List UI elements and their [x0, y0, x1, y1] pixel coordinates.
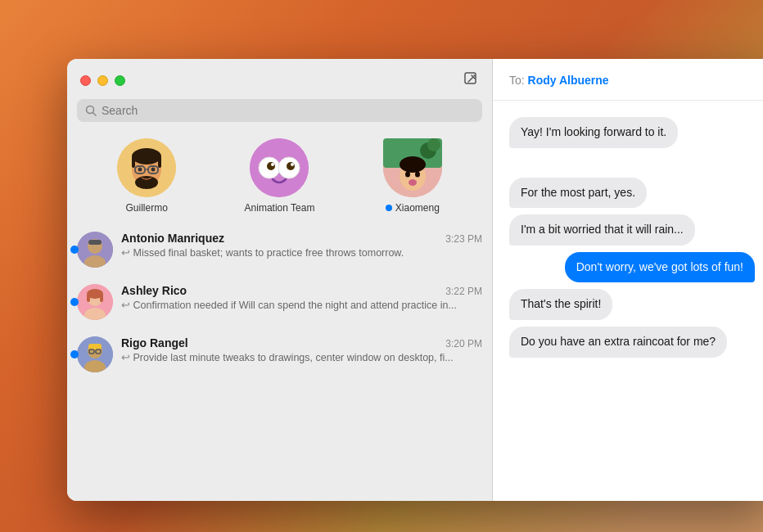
ashley-header: Ashley Rico 3:22 PM — [121, 284, 482, 297]
pinned-xiaomeng[interactable]: Xiaomeng — [372, 138, 454, 214]
pinned-animation-team[interactable]: Animation Team — [238, 138, 320, 214]
svg-point-11 — [138, 168, 142, 172]
xiaomeng-svg — [383, 138, 442, 197]
compose-button[interactable] — [463, 70, 479, 91]
message-row-ashley[interactable]: Ashley Rico 3:22 PM ↩ Confirmation neede… — [67, 276, 492, 328]
antonio-content: Antonio Manriquez 3:23 PM ↩ Missed final… — [121, 232, 482, 261]
guillermo-avatar — [117, 138, 176, 197]
svg-point-19 — [271, 163, 274, 166]
bubble-5: That's the spirit! — [509, 289, 612, 320]
sidebar: Guillermo — [67, 59, 493, 501]
svg-rect-43 — [88, 344, 102, 349]
rigo-content: Rigo Rangel 3:20 PM ↩ Provide last minut… — [121, 336, 482, 366]
messages-window: Guillermo — [67, 59, 763, 501]
ashley-avatar — [77, 284, 113, 320]
message-row-rigo[interactable]: Rigo Rangel 3:20 PM ↩ Provide last minut… — [67, 328, 492, 381]
reply-icon-antonio: ↩ — [121, 247, 133, 259]
pinned-guillermo[interactable]: Guillermo — [106, 138, 187, 214]
xiaomeng-avatar — [383, 138, 442, 197]
search-icon — [85, 105, 97, 116]
chat-panel: To: Rody Albuerne Yay! I'm looking forwa… — [493, 59, 763, 501]
close-button[interactable] — [80, 75, 91, 86]
animation-team-avatar — [250, 138, 309, 197]
svg-rect-38 — [87, 294, 90, 302]
svg-point-27 — [405, 172, 410, 178]
rigo-header: Rigo Rangel 3:20 PM — [121, 336, 482, 349]
antonio-avatar — [77, 232, 113, 268]
xiaomeng-label: Xiaomeng — [386, 202, 440, 214]
svg-line-2 — [93, 113, 97, 116]
guillermo-label: Guillermo — [125, 202, 167, 214]
chat-messages: Yay! I'm looking forward to it. For the … — [493, 101, 763, 501]
rigo-time: 3:20 PM — [445, 338, 482, 349]
svg-point-17 — [267, 162, 275, 170]
window-controls — [80, 75, 125, 86]
chat-header: To: Rody Albuerne — [493, 59, 763, 101]
bubble-3: I'm a bit worried that it will rain... — [509, 214, 695, 246]
svg-rect-7 — [158, 156, 161, 168]
bubble-1: Yay! I'm looking forward to it. — [509, 117, 678, 148]
svg-rect-6 — [132, 156, 135, 168]
spacer-1 — [509, 155, 755, 171]
animation-team-label: Animation Team — [245, 202, 315, 214]
antonio-name: Antonio Manriquez — [121, 232, 224, 245]
svg-point-12 — [151, 168, 156, 172]
message-list: Antonio Manriquez 3:23 PM ↩ Missed final… — [67, 223, 492, 501]
svg-point-28 — [415, 172, 420, 178]
minimize-button[interactable] — [97, 75, 108, 86]
svg-point-5 — [132, 148, 161, 165]
compose-icon — [463, 70, 479, 87]
antonio-preview: ↩ Missed final basket; wants to practice… — [121, 246, 482, 261]
svg-point-26 — [400, 156, 426, 173]
ashley-time: 3:22 PM — [445, 286, 482, 297]
reply-icon-ashley: ↩ — [121, 300, 133, 311]
svg-point-24 — [427, 138, 440, 151]
ashley-content: Ashley Rico 3:22 PM ↩ Confirmation neede… — [121, 284, 482, 313]
svg-rect-33 — [88, 240, 102, 245]
animation-team-svg — [250, 138, 309, 197]
antonio-time: 3:23 PM — [445, 233, 482, 245]
svg-rect-39 — [100, 294, 103, 302]
message-row-antonio[interactable]: Antonio Manriquez 3:23 PM ↩ Missed final… — [67, 223, 492, 276]
ashley-name: Ashley Rico — [121, 284, 187, 297]
svg-point-18 — [287, 162, 295, 170]
recipient-name: Rody Albuerne — [528, 74, 609, 87]
antonio-header: Antonio Manriquez 3:23 PM — [121, 232, 482, 245]
pinned-contacts: Guillermo — [67, 132, 492, 223]
unread-dot-antonio — [70, 246, 79, 254]
rigo-preview: ↩ Provide last minute tweaks to drawings… — [121, 351, 482, 366]
online-indicator — [386, 205, 392, 211]
ashley-avatar-svg — [77, 284, 113, 320]
to-line: To: Rody Albuerne — [509, 74, 755, 87]
rigo-avatar — [77, 336, 113, 372]
rigo-avatar-svg — [77, 336, 113, 372]
titlebar — [67, 59, 492, 99]
to-label: To: — [509, 74, 525, 87]
svg-point-13 — [135, 176, 158, 189]
svg-point-29 — [409, 179, 417, 186]
search-bar[interactable] — [77, 99, 482, 122]
bubble-2: For the most part, yes. — [509, 178, 647, 209]
bubble-6: Do you have an extra raincoat for me? — [509, 327, 727, 358]
reply-icon-rigo: ↩ — [121, 352, 133, 363]
guillermo-avatar-svg — [117, 138, 176, 197]
unread-dot-rigo — [70, 350, 79, 358]
bubble-4: Don't worry, we've got lots of fun! — [565, 252, 755, 283]
svg-point-20 — [291, 163, 294, 166]
maximize-button[interactable] — [115, 75, 125, 86]
antonio-avatar-svg — [77, 232, 113, 268]
ashley-preview: ↩ Confirmation needed if Will can spend … — [121, 299, 482, 313]
unread-dot-ashley — [70, 298, 79, 306]
search-input[interactable] — [102, 104, 474, 117]
rigo-name: Rigo Rangel — [121, 336, 188, 349]
